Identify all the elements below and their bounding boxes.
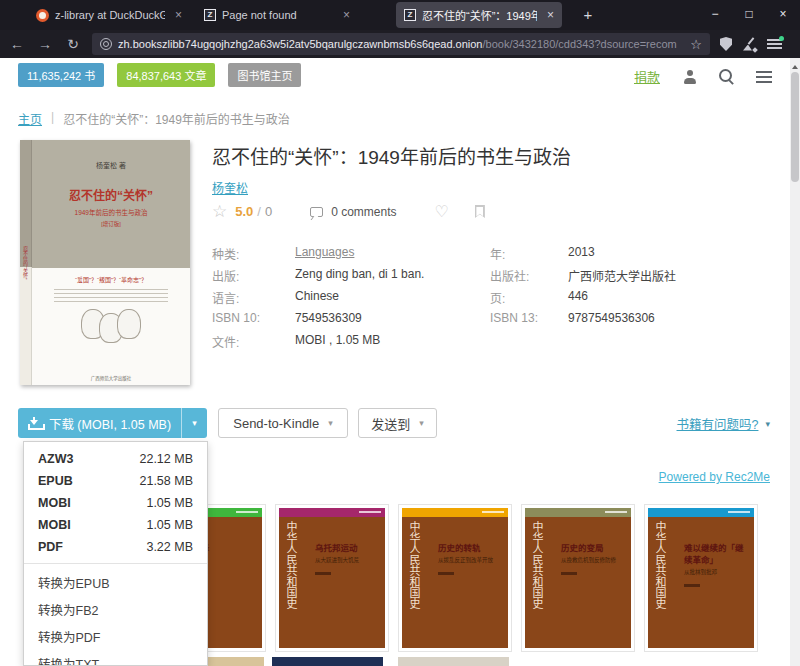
download-button[interactable]: 下载 (MOBI, 1.05 MB) <box>18 408 181 438</box>
chevron-down-icon: ▾ <box>765 419 770 429</box>
format-size: 21.58 MB <box>139 474 193 488</box>
breadcrumb-separator: | <box>51 110 54 127</box>
related-book-cover[interactable]: 中华人民共和国史 历史的变局 从挽救危机到反修防修 <box>522 505 634 651</box>
cover-publisher-mark: 广西师范大学出版社 <box>32 375 190 381</box>
page-title: 忍不住的“关怀”：1949年前后的书生与政治 <box>212 142 772 169</box>
download-format-menu: AZW3 22.12 MB EPUB 21.58 MB MOBI 1.05 MB… <box>23 441 208 666</box>
menu-item-format[interactable]: MOBI 1.05 MB <box>24 514 207 536</box>
reload-button[interactable]: ↻ <box>64 36 82 52</box>
series-banner <box>525 508 631 517</box>
tab-title: 忍不住的“关怀”：1949年前后的 <box>422 7 537 23</box>
categories-link[interactable]: Languages <box>295 245 354 259</box>
related-cover-art: 中华人民共和国史 难以继续的「继续革命」 从批林到批邓 <box>648 517 754 648</box>
tab-title: Page not found <box>222 9 333 21</box>
tab-close-icon[interactable]: × <box>171 8 182 22</box>
detail-value: 9787549536306 <box>568 311 655 325</box>
books-count-badge[interactable]: 11,635,242 书 <box>18 63 104 87</box>
next-row-cover[interactable] <box>272 657 383 666</box>
related-book-subtitle: 从挽救危机到反修防修 <box>561 556 627 564</box>
zlibrary-favicon: Z <box>404 9 416 21</box>
browser-menu-icon[interactable] <box>767 38 782 51</box>
navigation-bar: ← → ↻ zh.bookszlibb74ugqojhzhg2a63w5i2at… <box>0 30 800 58</box>
shield-icon[interactable] <box>720 37 732 51</box>
maximize-button[interactable]: □ <box>732 0 766 30</box>
page-scrollbar[interactable] <box>790 58 800 666</box>
update-dot-badge <box>779 36 784 41</box>
menu-item-format[interactable]: MOBI 1.05 MB <box>24 492 207 514</box>
onion-site-icon[interactable] <box>100 38 112 50</box>
minimize-button[interactable]: − <box>698 0 732 30</box>
tab-close-icon[interactable]: × <box>339 8 350 22</box>
favorite-heart-icon[interactable]: ♡ <box>435 202 449 221</box>
related-cover-art: 中华人民共和国史 历史的转轨 从拨乱反正到改革开放 <box>402 517 508 648</box>
detail-label: 种类: <box>212 248 239 262</box>
page-content: 11,635,242 书 84,837,643 文章 图书馆主页 捐款 主页 |… <box>0 58 800 666</box>
broom-icon[interactable] <box>742 37 757 52</box>
tab-book-page[interactable]: Z 忍不住的“关怀”：1949年前后的 × <box>396 2 562 28</box>
bookmark-star-icon[interactable]: ☆ <box>690 37 702 52</box>
save-bookmark-icon[interactable] <box>475 205 485 218</box>
series-calligraphy: 中华人民共和国史 <box>283 521 297 648</box>
report-problem-label: 书籍有问题吗? <box>677 414 759 433</box>
related-book-cover[interactable]: 中华人民共和国史 难以继续的「继续革命」 从批林到批邓 <box>645 505 757 651</box>
send-to-kindle-button[interactable]: Send-to-Kindle ▾ <box>218 408 348 438</box>
cover-top-panel: 杨奎松 著 忍不住的“关怀” 1949年前后的书生与政治 [增订版] <box>32 140 190 268</box>
cover-author-line: 杨奎松 著 <box>32 160 190 170</box>
powered-by-link[interactable]: Powered by Rec2Me <box>659 470 770 484</box>
related-book-title: 历史的转轨 <box>438 541 504 553</box>
comments-label[interactable]: 0 comments <box>331 205 396 219</box>
related-book-cover[interactable]: 中华人民共和国史 历史的转轨 从拨乱反正到改革开放 <box>399 505 511 651</box>
series-calligraphy: 中华人民共和国史 <box>406 521 420 648</box>
close-button[interactable]: × <box>766 0 800 30</box>
tab-duckduckgo[interactable]: z-library at DuckDuckGo × <box>28 2 190 28</box>
tab-page-not-found[interactable]: Z Page not found × <box>196 2 358 28</box>
url-bar[interactable]: zh.bookszlibb74ugqojhzhg2a63w5i2atv5bqar… <box>92 33 710 55</box>
comments-icon[interactable] <box>310 207 323 217</box>
related-book-title: 乌托邦运动 <box>315 541 381 553</box>
donate-link[interactable]: 捐款 <box>634 67 660 86</box>
back-button[interactable]: ← <box>8 36 26 52</box>
author-link[interactable]: 杨奎松 <box>212 179 248 196</box>
site-menu-icon[interactable] <box>756 71 772 83</box>
menu-item-format[interactable]: PDF 3.22 MB <box>24 536 207 558</box>
format-name: MOBI <box>38 496 71 510</box>
rating-score: 5.0 <box>235 204 253 219</box>
cover-bottom-panel: “爱国”？“叛国”？“革命志”？ 广西师范大学出版社 <box>32 268 190 385</box>
menu-item-convert[interactable]: 转换为PDF <box>24 623 207 650</box>
profile-icon[interactable] <box>682 70 697 84</box>
menu-item-convert[interactable]: 转换为EPUB <box>24 569 207 596</box>
cover-tagline: “爱国”？“叛国”？“革命志”？ <box>32 275 190 284</box>
library-home-badge[interactable]: 图书馆主页 <box>228 63 301 87</box>
search-icon[interactable] <box>719 69 734 84</box>
menu-item-convert[interactable]: 转换为TXT <box>24 650 207 666</box>
articles-count-badge[interactable]: 84,837,643 文章 <box>117 63 215 87</box>
related-book-author-mark <box>315 572 331 575</box>
header-icons: 捐款 <box>634 67 772 86</box>
breadcrumb: 主页 | 忍不住的“关怀”：1949年前后的书生与政治 <box>18 110 290 127</box>
series-calligraphy: 中华人民共和国史 <box>652 521 666 648</box>
book-cover-image[interactable]: 忍不住的“关怀” 杨奎松 著 忍不住的“关怀” 1949年前后的书生与政治 [增… <box>20 140 190 385</box>
scroll-up-arrow-icon[interactable] <box>792 62 798 69</box>
new-tab-button[interactable]: + <box>576 4 600 26</box>
detail-label: 出版: <box>212 270 239 284</box>
download-button-label: 下载 (MOBI, 1.05 MB) <box>49 414 171 433</box>
related-book-author-mark <box>438 572 454 575</box>
forward-button[interactable]: → <box>36 36 54 52</box>
tab-close-icon[interactable]: × <box>543 8 554 22</box>
cover-blurb-lines <box>54 289 168 302</box>
report-problem-link[interactable]: 书籍有问题吗? ▾ <box>677 414 770 433</box>
format-size: 1.05 MB <box>146 518 193 532</box>
related-cover-art: 中华人民共和国史 乌托邦运动 从大跃进到大饥荒 <box>279 517 385 648</box>
next-row-cover[interactable] <box>398 657 509 666</box>
download-options-toggle[interactable]: ▾ <box>181 408 207 438</box>
format-name: MOBI <box>38 518 71 532</box>
send-to-button[interactable]: 发送到 ▾ <box>358 408 437 438</box>
menu-item-format[interactable]: AZW3 22.12 MB <box>24 448 207 470</box>
breadcrumb-home-link[interactable]: 主页 <box>18 110 42 127</box>
scrollbar-thumb[interactable] <box>791 72 799 182</box>
menu-item-convert[interactable]: 转换为FB2 <box>24 596 207 623</box>
menu-item-format[interactable]: EPUB 21.58 MB <box>24 470 207 492</box>
related-book-cover[interactable]: 中华人民共和国史 乌托邦运动 从大跃进到大饥荒 <box>276 505 388 651</box>
related-book-subtitle: 从拨乱反正到改革开放 <box>438 556 504 564</box>
rating-star-icon[interactable]: ☆ <box>212 201 227 222</box>
